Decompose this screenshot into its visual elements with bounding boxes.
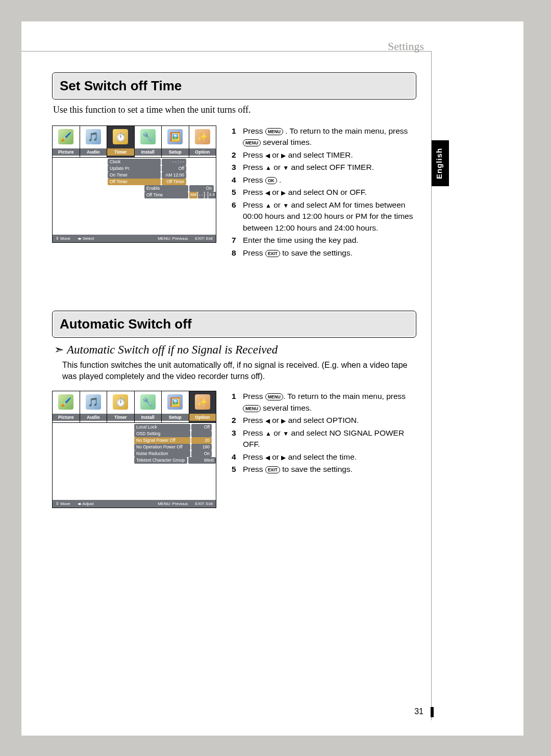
down-arrow-icon: ▼	[283, 430, 289, 437]
left-arrow-icon: ◀	[265, 417, 270, 424]
osd-tab-picture: 🖌️Picture	[53, 126, 80, 158]
step-item: 5Press EXIT to save the settings.	[232, 464, 416, 475]
section-title-box: Automatic Switch off	[52, 311, 416, 338]
osd-row-value: Off	[191, 424, 212, 431]
down-arrow-icon: ▼	[283, 164, 289, 171]
osd-row-value: 20	[191, 437, 212, 444]
up-arrow-icon: ▲	[265, 202, 271, 209]
step-item: 3Press ▲ or ▼ and select NO SIGNAL POWER…	[232, 427, 416, 450]
osd-row: On TimerAM 12:00	[53, 172, 216, 179]
step-item: 2Press ◀ or ▶ and select TIMER.	[232, 149, 416, 161]
osd-row-value: West Europe	[188, 457, 216, 464]
osd-row: No Operation Power Off180	[53, 444, 216, 450]
osd-footer-hint: EXIT: Exit	[195, 501, 213, 506]
osd-row-label: Noise Reduction	[134, 450, 190, 457]
step-number: 7	[232, 235, 243, 246]
time-chip: AM	[189, 192, 197, 198]
step-number: 2	[232, 149, 243, 161]
osd-row-value: Off	[162, 165, 186, 172]
osd-row-label: Off Time	[144, 192, 188, 198]
left-arrow-icon: ◀	[265, 454, 270, 461]
up-arrow-icon: ▲	[265, 164, 271, 171]
osd-row-label: No Signal Power Off	[134, 437, 190, 444]
time-chip: :	[205, 192, 208, 198]
step-number: 3	[232, 162, 243, 173]
step-text: Press EXIT to save the settings.	[243, 464, 416, 475]
osd-subrow: Off TimeAM- -:3 4	[53, 192, 216, 198]
up-arrow-icon: ▲	[265, 430, 271, 437]
step-text: Enter the time using the key pad.	[243, 235, 416, 246]
section-name: Settings	[388, 40, 424, 53]
osd-tab-audio: 🎵Audio	[80, 126, 108, 158]
section-title: Set Switch off Time	[54, 74, 415, 98]
menu-button-icon: MENU	[243, 405, 261, 412]
osd-row: OSD Setting	[53, 431, 216, 437]
right-arrow-icon: ▶	[281, 454, 286, 461]
tab-icon: 🎵	[86, 394, 101, 410]
osd-row-value: On	[191, 450, 212, 457]
tab-icon: ✨	[195, 129, 210, 144]
tab-icon: 🖌️	[58, 129, 73, 144]
section-intro: Use this function to set a time when the…	[53, 105, 416, 115]
osd-footer: ⇕ Move◂▸ AdjustMENU: PreviousEXIT: Exit	[53, 500, 216, 508]
osd-row-value: - - : - -	[162, 159, 186, 165]
down-arrow-icon: ▼	[283, 202, 289, 209]
tab-icon: ✨	[195, 394, 210, 410]
step-item: 2Press ◀ or ▶ and select OPTION.	[232, 415, 416, 426]
osd-row-value: AM- -:3 4	[189, 192, 216, 198]
step-item: 4Press OK .	[232, 174, 416, 186]
osd-tab-install: 🔧Install	[135, 391, 162, 423]
osd-row-label: Teletext Character Group	[134, 457, 187, 464]
step-item: 4Press ◀ or ▶ and select the time.	[232, 451, 416, 463]
osd-tab-option: ✨Option	[189, 391, 216, 423]
step-text: Press ◀ or ▶ and select TIMER.	[243, 149, 416, 161]
osd-subrow: EnableOn	[53, 185, 216, 192]
left-arrow-icon: ◀	[265, 152, 270, 159]
step-item: 5Press ◀ or ▶ and select ON or OFF.	[232, 187, 416, 198]
step-text: Press ▲ or ▼ and select NO SIGNAL POWER …	[243, 427, 416, 450]
right-arrow-icon: ▶	[281, 152, 286, 159]
tab-label: Option	[189, 414, 216, 421]
osd-footer-hint: MENU: Previous	[158, 501, 188, 506]
osd-footer-hint: MENU: Previous	[158, 236, 188, 241]
osd-row-value	[191, 431, 212, 437]
osd-tab-option: ✨Option	[189, 126, 216, 158]
section-title-box: Set Switch off Time	[52, 72, 416, 99]
tab-icon: 🔧	[140, 129, 156, 144]
osd-tab-timer: ⏱️Timer	[107, 126, 135, 158]
step-number: 3	[232, 427, 243, 450]
osd-row-value: On	[189, 185, 214, 192]
tab-icon: ⏱️	[113, 129, 128, 144]
osd-tab-timer: ⏱️Timer	[107, 391, 135, 423]
step-text: Press OK .	[243, 174, 416, 186]
tab-label: Install	[135, 148, 162, 156]
step-item: 7Enter the time using the key pad.	[232, 235, 416, 246]
step-item: 1Press MENU. To return to the main menu,…	[232, 391, 416, 414]
step-list: 1Press MENU . To return to the main menu…	[232, 125, 416, 260]
tab-label: Setup	[162, 414, 189, 421]
tab-label: Install	[135, 414, 162, 421]
exit-button-icon: EXIT	[265, 466, 280, 473]
step-number: 4	[232, 451, 243, 463]
step-number: 2	[232, 415, 243, 426]
subheading: ➣Automatic Switch off if no Signal is Re…	[54, 343, 416, 357]
step-number: 1	[232, 125, 243, 148]
step-text: Press ◀ or ▶ and select the time.	[243, 451, 416, 463]
step-text: Press EXIT to save the settings.	[243, 247, 416, 259]
manual-page: Settings English 31 Set Switch off Time …	[21, 21, 523, 736]
step-number: 5	[232, 187, 243, 198]
osd-footer-hint: ◂▸ Adjust	[78, 501, 94, 506]
osd-row-label: No Operation Power Off	[134, 444, 190, 450]
tab-label: Audio	[80, 414, 107, 421]
osd-tab-setup: 🖼️Setup	[162, 391, 189, 423]
osd-footer-hint: ⇕ Move	[56, 501, 70, 506]
tab-label: Setup	[162, 148, 189, 156]
section-intro: This function switches the unit automati…	[62, 360, 415, 382]
tab-label: Timer	[107, 414, 134, 421]
step-number: 6	[232, 199, 243, 234]
time-chip: 3 4	[208, 192, 216, 198]
tab-label: Option	[189, 148, 216, 156]
step-item: 8Press EXIT to save the settings.	[232, 247, 416, 259]
osd-row-label: Local Lock	[134, 424, 190, 431]
step-text: Press ▲ or ▼ and select OFF TIMER.	[243, 162, 416, 173]
